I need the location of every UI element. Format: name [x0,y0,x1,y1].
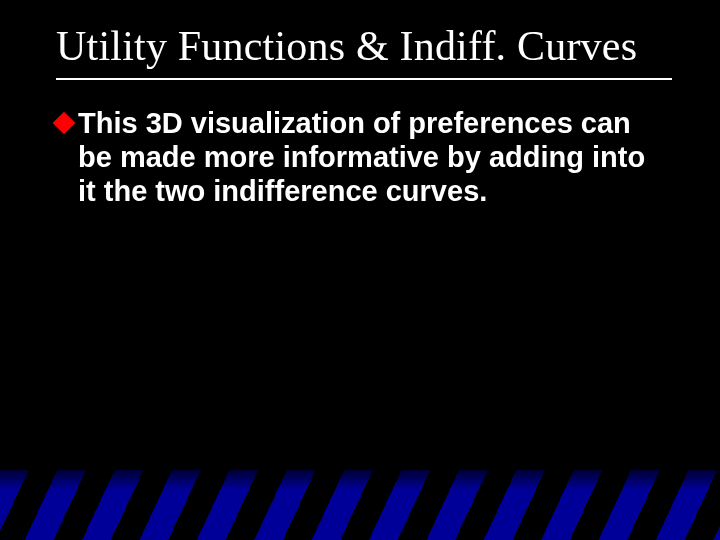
bullet-item: This 3D visualization of preferences can… [56,106,660,209]
slide-title: Utility Functions & Indiff. Curves [56,22,680,70]
diamond-bullet-icon [53,112,76,135]
title-underline [56,78,672,80]
slide: Utility Functions & Indiff. Curves This … [0,0,720,540]
footer-fade-overlay [0,460,720,490]
slide-body: This 3D visualization of preferences can… [56,106,660,209]
bullet-text: This 3D visualization of preferences can… [78,106,660,209]
